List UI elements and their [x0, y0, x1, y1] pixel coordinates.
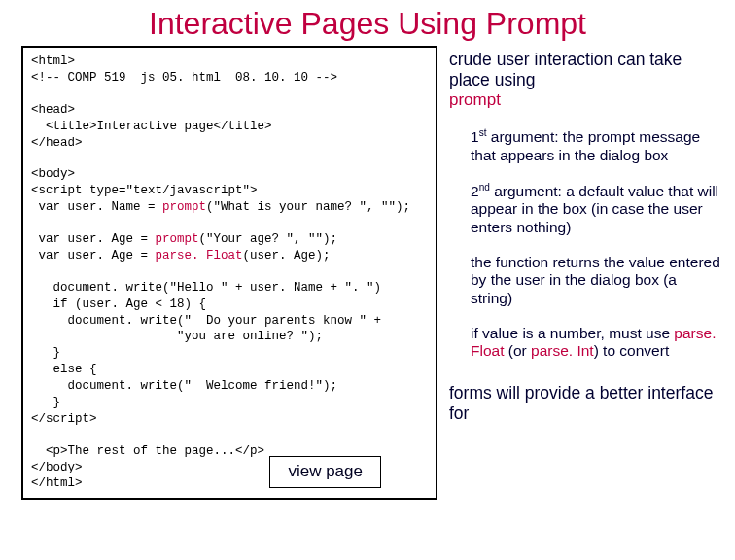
- right-column: crude user interaction can take place us…: [449, 46, 721, 500]
- blank-line: [31, 216, 428, 231]
- code-line: </head>: [31, 135, 428, 152]
- prompt-keyword: prompt: [162, 200, 206, 214]
- code-line: document. write("Hello " + user. Name + …: [31, 280, 428, 297]
- code-line: if (user. Age < 18) {: [31, 297, 428, 313]
- code-line: <body>: [31, 166, 428, 183]
- code-line: "you are online? ");: [31, 329, 428, 345]
- slide-title: Interactive Pages Using Prompt: [0, 0, 735, 44]
- code-line: document. write(" Welcome friend!");: [31, 378, 428, 395]
- lead-text: crude user interaction can take place us…: [449, 50, 721, 89]
- bullet-3: the function returns the value entered b…: [471, 254, 721, 307]
- view-page-link[interactable]: view page: [269, 456, 381, 488]
- code-block: <html> <!-- COMP 519 js 05. html 08. 10.…: [21, 46, 438, 500]
- code-line: <html>: [31, 53, 428, 70]
- code-line: var user. Age = parse. Float(user. Age);: [31, 248, 428, 264]
- blank-line: [31, 87, 428, 102]
- code-line: else {: [31, 362, 428, 378]
- code-line: document. write(" Do your parents know "…: [31, 313, 428, 330]
- code-line: var user. Age = prompt("Your age? ", "")…: [31, 231, 428, 248]
- parseint-inline: parse. Int: [531, 342, 594, 359]
- code-line: <!-- COMP 519 js 05. html 08. 10. 10 -->: [31, 70, 428, 87]
- code-line: <title>Interactive page</title>: [31, 119, 428, 135]
- parsefloat-keyword: parse. Float: [156, 249, 243, 262]
- blank-line: [31, 428, 428, 443]
- footer-text: forms will provide a better interface fo…: [449, 383, 721, 423]
- prompt-word: prompt: [449, 90, 721, 110]
- prompt-keyword: prompt: [156, 232, 199, 246]
- bullet-2: 2nd argument: a default value that will …: [471, 182, 721, 236]
- blank-line: [31, 264, 428, 280]
- bullet-1: 1st argument: the prompt message that ap…: [471, 127, 721, 164]
- slide: Interactive Pages Using Prompt <html> <!…: [0, 0, 735, 560]
- code-line: var user. Name = prompt("What is your na…: [31, 199, 428, 216]
- code-line: <script type="text/javascript">: [31, 183, 428, 199]
- bullet-4: if value is a number, must use parse. Fl…: [471, 325, 721, 361]
- blank-line: [31, 151, 428, 166]
- code-line: <head>: [31, 102, 428, 119]
- content-row: <html> <!-- COMP 519 js 05. html 08. 10.…: [0, 44, 735, 500]
- code-line: }: [31, 345, 428, 362]
- code-line: </script>: [31, 411, 428, 428]
- code-line: }: [31, 395, 428, 411]
